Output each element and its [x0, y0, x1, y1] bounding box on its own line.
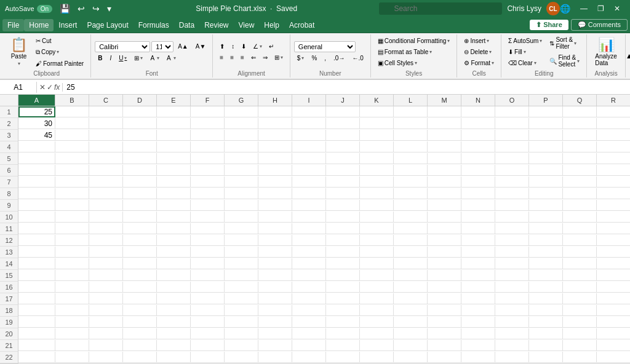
cell-Q10[interactable]: [563, 212, 597, 223]
cell-R2[interactable]: [597, 118, 630, 129]
cell-A10[interactable]: [18, 212, 55, 223]
cell-K17[interactable]: [360, 293, 394, 304]
cell-M3[interactable]: [428, 130, 461, 141]
cell-N19[interactable]: [461, 317, 495, 328]
cell-J8[interactable]: [326, 188, 360, 199]
cell-H14[interactable]: [258, 258, 292, 269]
cell-C1[interactable]: [89, 106, 123, 117]
row-num-17[interactable]: 17: [0, 293, 18, 305]
cell-Q18[interactable]: [563, 305, 597, 316]
cell-F12[interactable]: [191, 235, 225, 246]
cell-B20[interactable]: [55, 328, 89, 339]
cell-M15[interactable]: [428, 270, 461, 281]
cell-I12[interactable]: [292, 235, 326, 246]
insert-cells-button[interactable]: ⊕ Insert ▾: [461, 36, 497, 46]
cell-I21[interactable]: [292, 340, 326, 351]
cell-P20[interactable]: [529, 328, 563, 339]
format-cells-button[interactable]: ⚙ Format ▾: [461, 58, 497, 68]
row-num-5[interactable]: 5: [0, 153, 18, 165]
cell-I11[interactable]: [292, 223, 326, 234]
cell-Q5[interactable]: [563, 153, 597, 164]
cell-J11[interactable]: [326, 223, 360, 234]
cell-G4[interactable]: [225, 141, 258, 152]
cell-P12[interactable]: [529, 235, 563, 246]
col-header-G[interactable]: G: [225, 95, 258, 106]
cell-C5[interactable]: [89, 153, 123, 164]
cell-K3[interactable]: [360, 130, 394, 141]
ribbon-collapse-button[interactable]: ▲: [626, 52, 630, 60]
cell-L11[interactable]: [394, 223, 428, 234]
cell-E8[interactable]: [157, 188, 191, 199]
cell-A8[interactable]: [18, 188, 55, 199]
cell-O21[interactable]: [495, 340, 529, 351]
cell-I7[interactable]: [292, 176, 326, 188]
cell-Q11[interactable]: [563, 223, 597, 234]
cell-D2[interactable]: [123, 118, 157, 129]
col-header-C[interactable]: C: [89, 95, 123, 106]
cell-K4[interactable]: [360, 141, 394, 152]
cell-R16[interactable]: [597, 282, 630, 293]
cell-R21[interactable]: [597, 340, 630, 351]
cell-D9[interactable]: [123, 200, 157, 211]
cell-A2[interactable]: 30: [18, 118, 55, 129]
cell-O12[interactable]: [495, 235, 529, 246]
cell-F3[interactable]: [191, 130, 225, 141]
cell-A15[interactable]: [18, 270, 55, 281]
cell-K18[interactable]: [360, 305, 394, 316]
cell-G11[interactable]: [225, 223, 258, 234]
cell-G8[interactable]: [225, 188, 258, 199]
cell-L3[interactable]: [394, 130, 428, 141]
menu-page-layout[interactable]: Page Layout: [82, 19, 133, 31]
cell-L7[interactable]: [394, 176, 428, 188]
cell-H4[interactable]: [258, 141, 292, 152]
cell-G16[interactable]: [225, 282, 258, 293]
menu-formulas[interactable]: Formulas: [134, 19, 174, 31]
cell-C17[interactable]: [89, 293, 123, 304]
cell-R18[interactable]: [597, 305, 630, 316]
cell-N20[interactable]: [461, 328, 495, 339]
cell-N2[interactable]: [461, 118, 495, 129]
row-num-2[interactable]: 2: [0, 118, 18, 130]
cell-H5[interactable]: [258, 153, 292, 164]
cell-E7[interactable]: [157, 176, 191, 188]
cell-I20[interactable]: [292, 328, 326, 339]
cell-G1[interactable]: [225, 106, 258, 117]
cell-K22[interactable]: [360, 352, 394, 363]
cell-L8[interactable]: [394, 188, 428, 199]
cell-I8[interactable]: [292, 188, 326, 199]
cell-O19[interactable]: [495, 317, 529, 328]
cell-I6[interactable]: [292, 165, 326, 176]
cell-H7[interactable]: [258, 176, 292, 188]
cell-D12[interactable]: [123, 235, 157, 246]
cell-L2[interactable]: [394, 118, 428, 129]
cell-D18[interactable]: [123, 305, 157, 316]
cell-H8[interactable]: [258, 188, 292, 199]
cell-R4[interactable]: [597, 141, 630, 152]
cell-L9[interactable]: [394, 200, 428, 211]
cell-E20[interactable]: [157, 328, 191, 339]
cell-K16[interactable]: [360, 282, 394, 293]
cell-E6[interactable]: [157, 165, 191, 176]
font-name-select[interactable]: Calibri: [95, 41, 150, 52]
row-num-3[interactable]: 3: [0, 130, 18, 141]
cell-F8[interactable]: [191, 188, 225, 199]
col-header-A[interactable]: A: [18, 95, 55, 106]
cell-D1[interactable]: [123, 106, 157, 117]
cell-B13[interactable]: [55, 247, 89, 258]
cell-L14[interactable]: [394, 258, 428, 269]
wrap-text-button[interactable]: ↵: [266, 41, 277, 52]
cell-P8[interactable]: [529, 188, 563, 199]
cell-L17[interactable]: [394, 293, 428, 304]
cell-M17[interactable]: [428, 293, 461, 304]
cell-N22[interactable]: [461, 352, 495, 363]
analyze-data-button[interactable]: 📊 AnalyzeData: [591, 35, 621, 69]
col-header-F[interactable]: F: [191, 95, 225, 106]
formula-cancel-icon[interactable]: ✕: [39, 83, 46, 92]
cell-K20[interactable]: [360, 328, 394, 339]
cell-Q6[interactable]: [563, 165, 597, 176]
cell-C16[interactable]: [89, 282, 123, 293]
cell-M21[interactable]: [428, 340, 461, 351]
cell-P3[interactable]: [529, 130, 563, 141]
cell-M19[interactable]: [428, 317, 461, 328]
comma-button[interactable]: ,: [321, 53, 329, 63]
